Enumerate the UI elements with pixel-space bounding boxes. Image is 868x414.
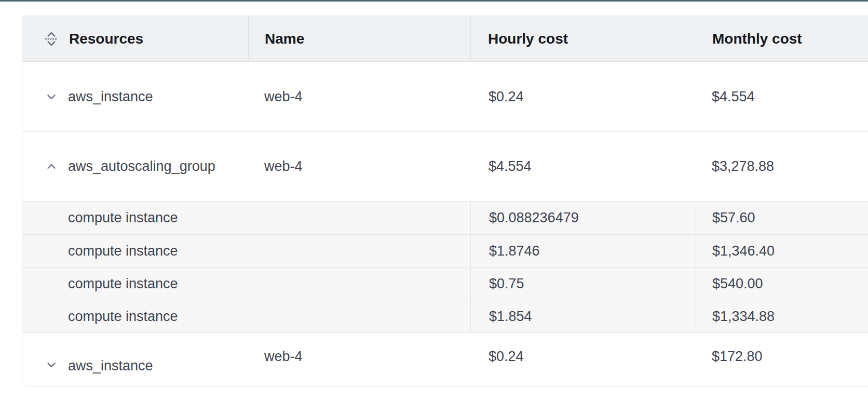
monthly-cost-value: $57.60 — [712, 210, 755, 226]
subitem-label-cell: compute instance — [22, 235, 470, 267]
table-subrow-compute-instance: compute instance $1.854 $1,334.88 — [22, 300, 868, 332]
subitem-label-cell: compute instance — [22, 268, 470, 300]
hourly-cost-value: $4.554 — [489, 158, 532, 175]
resource-name: web-4 — [264, 89, 303, 105]
column-header-name: Name — [248, 16, 470, 61]
hourly-cost-cell: $0.088236479 — [470, 202, 696, 234]
hourly-cost-value: $1.854 — [489, 309, 532, 325]
table-subrow-compute-instance: compute instance $0.088236479 $57.60 — [22, 202, 868, 234]
monthly-cost-cell: $3,278.88 — [696, 158, 868, 175]
name-cell: web-4 — [248, 158, 470, 175]
column-header-hourly-cost: Hourly cost — [470, 16, 696, 61]
name-cell: web-4 — [248, 89, 470, 105]
hourly-cost-value: $0.24 — [489, 349, 524, 365]
monthly-cost-value: $1,334.88 — [712, 309, 775, 325]
resource-cell: aws_autoscaling_group — [22, 158, 248, 175]
hourly-cost-value: $1.8746 — [489, 243, 540, 259]
header-label-monthly-cost: Monthly cost — [712, 31, 802, 47]
resource-cell: aws_instance — [22, 89, 248, 105]
monthly-cost-value: $540.00 — [712, 276, 763, 292]
hourly-cost-cell: $1.854 — [470, 300, 696, 332]
table-row-aws-autoscaling-group[interactable]: aws_autoscaling_group web-4 $4.554 $3,27… — [22, 131, 868, 201]
hourly-cost-cell: $0.24 — [470, 89, 696, 105]
resource-name: web-4 — [264, 349, 303, 365]
resource-type: aws_instance — [68, 89, 153, 105]
hourly-cost-cell: $1.8746 — [470, 235, 696, 267]
header-label-name: Name — [265, 31, 304, 47]
subitem-label: compute instance — [68, 243, 178, 259]
resource-type: aws_autoscaling_group — [68, 158, 215, 175]
header-label-resources: Resources — [69, 31, 143, 47]
hourly-cost-cell: $0.24 — [470, 333, 696, 365]
monthly-cost-cell: $57.60 — [696, 202, 868, 234]
table-row-aws-instance[interactable]: aws_instance web-4 $0.24 $4.554 — [22, 62, 868, 131]
header-label-hourly-cost: Hourly cost — [488, 31, 568, 47]
subitem-label-cell: compute instance — [22, 202, 470, 234]
monthly-cost-value: $3,278.88 — [712, 158, 774, 175]
expand-collapse-all-button[interactable] — [43, 30, 60, 48]
monthly-cost-cell: $1,346.40 — [696, 235, 868, 267]
chevron-up-icon — [45, 160, 58, 173]
top-accent-bar — [0, 0, 868, 2]
subitem-label: compute instance — [68, 276, 178, 292]
subitem-label-cell: compute instance — [22, 300, 470, 332]
column-header-monthly-cost: Monthly cost — [696, 16, 868, 61]
table-row-aws-instance[interactable]: aws_instance web-4 $0.24 $172.80 — [22, 332, 868, 386]
monthly-cost-cell: $4.554 — [696, 89, 868, 105]
hourly-cost-value: $0.088236479 — [489, 210, 579, 226]
resource-name: web-4 — [264, 158, 303, 175]
table-subrow-compute-instance: compute instance $0.75 $540.00 — [22, 267, 868, 300]
name-cell: web-4 — [248, 333, 470, 365]
monthly-cost-value: $172.80 — [712, 349, 763, 365]
expand-collapse-all-icon — [44, 30, 59, 48]
monthly-cost-cell: $172.80 — [696, 333, 868, 365]
cost-breakdown-table: Resources Name Hourly cost Monthly cost … — [22, 16, 868, 386]
monthly-cost-cell: $540.00 — [696, 268, 868, 300]
hourly-cost-value: $0.75 — [489, 276, 524, 292]
chevron-down-icon — [45, 90, 58, 103]
collapse-row-button[interactable] — [45, 160, 58, 173]
monthly-cost-value: $4.554 — [712, 89, 755, 105]
expand-row-button[interactable] — [45, 90, 58, 103]
subitem-label: compute instance — [68, 309, 178, 325]
column-header-resources: Resources — [22, 16, 248, 61]
monthly-cost-value: $1,346.40 — [712, 243, 775, 259]
resource-cell: aws_instance — [22, 333, 248, 374]
expand-row-button[interactable] — [45, 358, 58, 371]
autoscaling-group-subrows: compute instance $0.088236479 $57.60 com… — [22, 201, 868, 332]
resource-type: aws_instance — [68, 358, 153, 374]
chevron-down-icon — [45, 358, 58, 371]
monthly-cost-cell: $1,334.88 — [696, 300, 868, 332]
subitem-label: compute instance — [68, 210, 178, 226]
hourly-cost-cell: $4.554 — [470, 158, 696, 175]
table-subrow-compute-instance: compute instance $1.8746 $1,346.40 — [22, 234, 868, 267]
hourly-cost-value: $0.24 — [489, 89, 524, 105]
table-header-row: Resources Name Hourly cost Monthly cost — [22, 16, 868, 62]
hourly-cost-cell: $0.75 — [470, 268, 696, 300]
